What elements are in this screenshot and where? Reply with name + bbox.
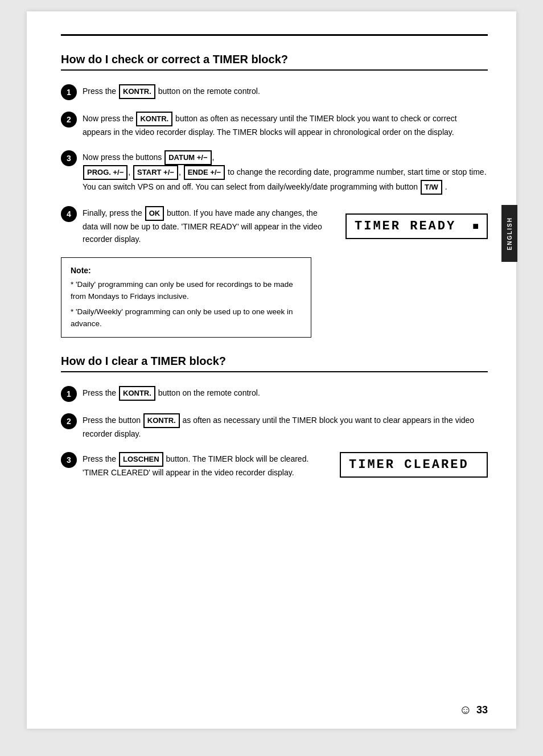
step-number-1-1: 1: [61, 84, 77, 100]
page-number: 33: [476, 704, 488, 716]
datum-button: DATUM +/−: [164, 150, 211, 165]
step-2-1-text-before: Press the: [83, 388, 118, 397]
kontr-button-1: KONTR.: [119, 84, 155, 99]
step-number-1-2: 2: [61, 112, 77, 128]
step-2-1-body: Press the KONTR. button on the remote co…: [83, 386, 488, 401]
step-number-1-3: 3: [61, 150, 77, 166]
step-2-2-text-before: Press the button: [83, 416, 143, 425]
step-1-3-text-end: .: [445, 182, 447, 191]
step-1-2-body: Now press the KONTR. button as often as …: [83, 112, 488, 139]
step-1-1-text-before: Press the: [83, 87, 118, 96]
step-1-2: 2 Now press the KONTR. button as often a…: [61, 112, 488, 139]
step-number-2-1: 1: [61, 386, 77, 402]
footer: ☺ 33: [459, 702, 488, 717]
comma3: ,: [179, 167, 183, 176]
step-2-2: 2 Press the button KONTR. as often as ne…: [61, 413, 488, 441]
step-2-1-text-after: button on the remote control.: [158, 388, 260, 397]
step-1-4-body: Finally, press the OK button. If you hav…: [83, 206, 334, 246]
start-button: START +/−: [133, 165, 178, 180]
step-1-1-text-after: button on the remote control.: [158, 87, 260, 96]
step-number-1-4: 4: [61, 206, 77, 222]
note-line-1: * 'Daily' programming can only be used f…: [71, 279, 302, 303]
ende-button: ENDE +/−: [184, 165, 225, 180]
step-1-3-body: Now press the buttons DATUM +/−, PROG. +…: [83, 150, 488, 195]
step-2-3-text-before: Press the: [83, 454, 118, 463]
prog-button: PROG. +/−: [83, 165, 127, 180]
step-number-2-2: 2: [61, 413, 77, 429]
lcd-timer-cleared: TIMER CLEARED: [340, 452, 488, 478]
lcd-timer-ready-inner: TIMER READY ■: [355, 219, 479, 233]
step-1-2-text-before: Now press the: [83, 114, 135, 123]
lcd-dot: ■: [472, 220, 479, 232]
kontr-button-3: KONTR.: [119, 386, 155, 401]
note-box: Note: * 'Daily' programming can only be …: [61, 257, 311, 338]
section2-heading: How do I clear a TIMER block?: [61, 355, 488, 372]
lcd-timer-ready: TIMER READY ■: [345, 213, 488, 239]
note-title: Note:: [71, 265, 302, 277]
step-1-1: 1 Press the KONTR. button on the remote …: [61, 84, 488, 100]
loschen-button: LOSCHEN: [119, 452, 163, 467]
note-line-2: * 'Daily/Weekly' programming can only be…: [71, 306, 302, 330]
step-2-2-body: Press the button KONTR. as often as nece…: [83, 413, 488, 441]
step-1-3: 3 Now press the buttons DATUM +/−, PROG.…: [61, 150, 488, 195]
section2: How do I clear a TIMER block? 1 Press th…: [61, 355, 488, 479]
top-line: [61, 34, 488, 36]
sidebar-label: ENGLISH: [507, 217, 513, 250]
kontr-button-4: KONTR.: [143, 413, 180, 428]
ok-button: OK: [145, 206, 164, 221]
timer-ready-display: TIMER READY ■: [345, 213, 488, 239]
step-1-3-text-before: Now press the buttons: [83, 153, 164, 162]
step-2-1: 1 Press the KONTR. button on the remote …: [61, 386, 488, 402]
comma1: ,: [212, 153, 215, 162]
step-number-2-3: 3: [61, 452, 77, 468]
page: How do I check or correct a TIMER block?…: [27, 11, 516, 729]
tw-button: T/W: [421, 180, 442, 195]
lcd-timer-ready-text: TIMER READY: [355, 219, 456, 233]
step-2-3-body: Press the LOSCHEN button. The TIMER bloc…: [83, 452, 328, 479]
step-2-3: 3 Press the LOSCHEN button. The TIMER bl…: [61, 452, 488, 479]
step-1-4: 4 Finally, press the OK button. If you h…: [61, 206, 488, 246]
english-sidebar: ENGLISH: [501, 205, 517, 262]
step-1-4-text-before: Finally, press the: [83, 208, 145, 217]
comma2: ,: [128, 167, 133, 176]
step-1-1-body: Press the KONTR. button on the remote co…: [83, 84, 488, 99]
timer-cleared-display-wrap: TIMER CLEARED: [340, 452, 488, 478]
lcd-timer-cleared-text: TIMER CLEARED: [349, 458, 469, 472]
section1-heading: How do I check or correct a TIMER block?: [61, 53, 488, 71]
kontr-button-2: KONTR.: [136, 112, 172, 126]
footer-icon: ☺: [459, 702, 472, 717]
